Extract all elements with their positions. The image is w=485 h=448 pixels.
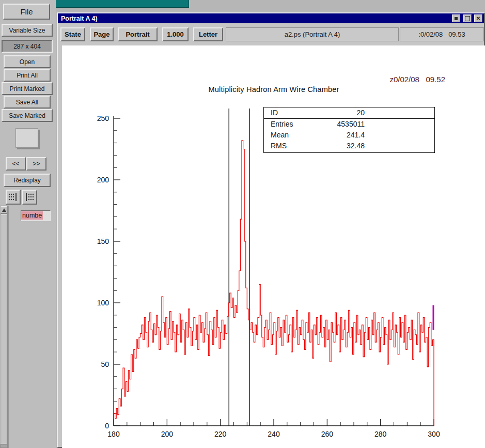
toolbar-timestamp: :0/02/08 09.53 [400, 27, 484, 41]
page-column-layout-button[interactable] [22, 190, 37, 205]
document-canvas[interactable]: 050100150200250180200220240260280300 z0/… [62, 45, 485, 448]
svg-text:240: 240 [268, 430, 280, 438]
window-titlebar[interactable]: Portrait A 4) ✕ [58, 13, 484, 23]
print-marked-button[interactable]: Print Marked [2, 82, 53, 95]
background-window-titlebar[interactable] [56, 0, 189, 8]
scroll-up-button[interactable] [1, 206, 7, 214]
portrait-viewer-window: Portrait A 4) ✕ State Page Portrait 1.00… [57, 12, 485, 448]
svg-text:200: 200 [161, 430, 174, 438]
stats-row-mean: Mean 241.4 [264, 130, 434, 141]
page-size-button[interactable]: 287 x 404 [2, 40, 53, 53]
svg-text:100: 100 [97, 299, 109, 307]
maximize-icon [465, 16, 470, 21]
print-all-button[interactable]: Print All [4, 69, 51, 82]
plot-date-stamp: z0/02/08 09.52 [389, 75, 445, 84]
save-marked-button[interactable]: Save Marked [2, 109, 53, 122]
background-timestamp: z0 /02 /08 11 5 [427, 0, 482, 5]
stat-value: 20 [356, 107, 365, 118]
page-button[interactable]: Page [90, 27, 114, 41]
vertical-scrollbar[interactable] [0, 206, 8, 448]
svg-text:280: 280 [374, 430, 387, 438]
page-thumbnail-blank [15, 128, 38, 148]
histogram-plot: 050100150200250180200220240260280300 [62, 45, 485, 448]
svg-text:250: 250 [97, 114, 109, 122]
stat-label: RMS [271, 142, 287, 150]
plot-title: Multiplicity Hadron Arm Wire Chamber [114, 85, 434, 94]
stats-box: ID 20 Entries 4535011 Mean 241.4 RMS 32.… [263, 107, 435, 153]
prev-page-button[interactable]: << [6, 157, 26, 171]
stats-row-id: ID 20 [264, 107, 434, 119]
zoom-button[interactable]: 1.000 [162, 27, 189, 41]
window-title: Portrait A 4) [58, 15, 98, 22]
scrollbar-thumb[interactable] [1, 214, 7, 444]
open-button[interactable]: Open [4, 55, 51, 68]
next-page-button[interactable]: >> [26, 157, 46, 171]
paper-size-button[interactable]: Letter [193, 27, 223, 41]
svg-text:50: 50 [101, 360, 109, 368]
sidebar-divider [8, 206, 9, 448]
svg-text:300: 300 [428, 430, 440, 438]
redisplay-button[interactable]: Redisplay [4, 174, 51, 187]
svg-text:0: 0 [105, 422, 109, 430]
svg-text:180: 180 [107, 430, 120, 438]
file-menu-button[interactable]: File [3, 4, 50, 20]
stat-value: 4535011 [337, 119, 365, 130]
page-list-layout-button[interactable] [6, 190, 21, 205]
close-button[interactable]: ✕ [474, 14, 482, 22]
stats-row-rms: RMS 32.48 [264, 141, 434, 151]
document-name-label: a2.ps (Portrait A 4) [226, 27, 399, 41]
control-panel: File Variable Size 287 x 404 Open Print … [0, 0, 56, 448]
stat-value: 241.4 [347, 130, 365, 141]
stat-label: ID [271, 109, 278, 117]
minimize-icon [455, 17, 458, 20]
stat-value: 32.48 [347, 141, 365, 151]
page-number-input[interactable]: numbe [21, 210, 51, 221]
svg-text:200: 200 [97, 176, 109, 184]
page-thumbnail[interactable] [14, 127, 41, 150]
state-button[interactable]: State [60, 27, 85, 41]
save-all-button[interactable]: Save All [4, 96, 51, 109]
up-arrow-icon [2, 208, 6, 212]
minimize-button[interactable] [452, 14, 460, 22]
svg-text:220: 220 [214, 430, 227, 438]
close-icon: ✕ [476, 16, 480, 21]
variable-size-button[interactable]: Variable Size [2, 24, 53, 37]
maximize-button[interactable] [463, 14, 472, 22]
stats-row-entries: Entries 4535011 [264, 119, 434, 130]
desktop: z0 /02 /08 11 5 File Variable Size 287 x… [0, 0, 485, 448]
svg-text:150: 150 [97, 237, 109, 245]
page-grid-icon [8, 192, 19, 202]
stat-label: Mean [271, 131, 289, 139]
stat-label: Entries [271, 120, 293, 128]
svg-text:260: 260 [321, 430, 334, 438]
page-number-value: numbe [21, 211, 43, 220]
column-grid-icon [24, 192, 35, 202]
orientation-button[interactable]: Portrait [118, 27, 158, 41]
